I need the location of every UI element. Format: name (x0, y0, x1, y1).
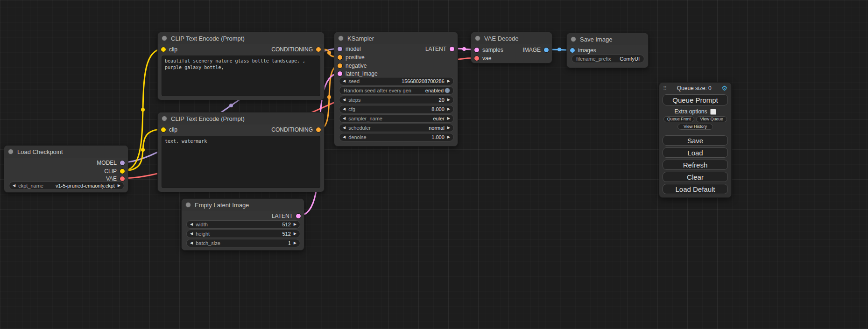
widget-label: seed (348, 78, 360, 84)
node-load-checkpoint[interactable]: Load Checkpoint MODEL CLIP VAE ◀ ckpt_na… (4, 145, 128, 193)
node-titlebar[interactable]: Save Image (567, 33, 648, 45)
negative-input-port[interactable] (338, 63, 342, 68)
arrow-left-icon[interactable]: ◀ (13, 184, 15, 188)
collapse-dot-icon[interactable] (475, 35, 480, 41)
toggle-knob[interactable] (445, 88, 450, 93)
input-row-images: images (567, 47, 623, 54)
prompt-textarea[interactable]: beautiful scenery nature glass bottle la… (162, 56, 320, 96)
vae-input-port[interactable] (474, 56, 479, 61)
node-titlebar[interactable]: CLIP Text Encode (Prompt) (158, 112, 324, 125)
node-titlebar[interactable]: Load Checkpoint (4, 146, 128, 158)
images-input-port[interactable] (570, 48, 575, 53)
vae-output-port[interactable] (120, 176, 125, 181)
arrow-right-icon[interactable]: ▶ (447, 79, 450, 83)
queue-front-button[interactable]: Queue Front (663, 116, 694, 122)
node-vae-decode[interactable]: VAE Decode samples IMAGE vae (471, 32, 552, 63)
output-row-model: MODEL (4, 159, 128, 167)
settings-gear-icon[interactable]: ⚙ (721, 84, 727, 92)
filename-prefix-widget[interactable]: filename_prefix ComfyUI (572, 55, 644, 63)
node-clip-text-encode-positive[interactable]: CLIP Text Encode (Prompt) clip CONDITION… (157, 32, 325, 100)
random-seed-toggle-widget[interactable]: Random seed after every gen enabled (339, 86, 454, 95)
arrow-right-icon[interactable]: ▶ (294, 223, 296, 226)
output-row-latent: LATENT (334, 45, 458, 53)
port-label: LATENT (272, 213, 293, 219)
node-titlebar[interactable]: Empty Latent Image (182, 199, 304, 211)
cfg-widget[interactable]: ◀ cfg 8.000 ▶ (339, 105, 454, 113)
widget-label: filename_prefix (576, 56, 611, 62)
collapse-dot-icon[interactable] (571, 36, 576, 42)
scheduler-widget[interactable]: ◀ scheduler normal ▶ (339, 124, 454, 132)
view-history-button[interactable]: View History (677, 124, 713, 130)
latent-output-port[interactable] (296, 214, 301, 218)
clip-output-port[interactable] (120, 169, 125, 174)
collapse-dot-icon[interactable] (8, 149, 14, 154)
arrow-right-icon[interactable]: ▶ (447, 107, 450, 111)
arrow-right-icon[interactable]: ▶ (294, 241, 296, 245)
batch-size-widget[interactable]: ◀ batch_size 1 ▶ (186, 239, 300, 247)
steps-widget[interactable]: ◀ steps 20 ▶ (339, 96, 454, 104)
load-button[interactable]: Load (663, 147, 728, 158)
latent-image-input-port[interactable] (338, 71, 342, 76)
drag-handle-icon[interactable]: ⠿ (663, 85, 667, 91)
node-titlebar[interactable]: KSampler (334, 32, 458, 44)
arrow-left-icon[interactable]: ◀ (190, 232, 193, 236)
node-ksampler[interactable]: KSampler model LATENT positive negative … (334, 32, 458, 147)
arrow-left-icon[interactable]: ◀ (343, 117, 346, 120)
port-label: negative (346, 63, 367, 69)
arrow-left-icon[interactable]: ◀ (343, 79, 346, 83)
widget-value: enabled (425, 88, 444, 93)
positive-input-port[interactable] (338, 55, 342, 60)
collapse-dot-icon[interactable] (338, 35, 344, 41)
load-default-button[interactable]: Load Default (663, 184, 728, 194)
arrow-right-icon[interactable]: ▶ (447, 98, 450, 102)
image-output-port[interactable] (544, 48, 549, 52)
extra-options-checkbox[interactable] (710, 109, 716, 115)
latent-output-port[interactable] (450, 47, 454, 51)
link-midpoint-dot (462, 47, 466, 51)
seed-widget[interactable]: ◀ seed 156680208700286 ▶ (339, 77, 454, 85)
view-queue-button[interactable]: View Queue (696, 116, 727, 122)
node-titlebar[interactable]: CLIP Text Encode (Prompt) (158, 32, 324, 44)
collapse-dot-icon[interactable] (162, 116, 167, 121)
port-label: vae (482, 55, 491, 62)
node-title: KSampler (347, 35, 374, 42)
arrow-left-icon[interactable]: ◀ (343, 126, 346, 130)
arrow-right-icon[interactable]: ▶ (447, 135, 450, 139)
arrow-right-icon[interactable]: ▶ (294, 232, 296, 236)
node-save-image[interactable]: Save Image images filename_prefix ComfyU… (566, 33, 649, 68)
arrow-left-icon[interactable]: ◀ (343, 98, 346, 102)
conditioning-output-port[interactable] (316, 127, 321, 132)
arrow-right-icon[interactable]: ▶ (118, 184, 120, 188)
node-empty-latent-image[interactable]: Empty Latent Image LATENT ◀ width 512 ▶ … (181, 198, 304, 251)
conditioning-output-port[interactable] (316, 47, 321, 52)
widget-value: ComfyUI (620, 56, 640, 62)
node-title: Load Checkpoint (17, 148, 63, 155)
prompt-textarea[interactable]: text, watermark (162, 136, 320, 188)
widget-label: batch_size (196, 240, 220, 246)
collapse-dot-icon[interactable] (185, 202, 191, 208)
history-row: View History (659, 124, 731, 130)
comfy-menu-panel[interactable]: ⠿ Queue size: 0 ⚙ Queue Prompt Extra opt… (659, 82, 732, 198)
sampler-name-widget[interactable]: ◀ sampler_name euler ▶ (339, 114, 454, 123)
port-label: VAE (106, 175, 117, 182)
queue-prompt-button[interactable]: Queue Prompt (663, 94, 728, 105)
node-clip-text-encode-negative[interactable]: CLIP Text Encode (Prompt) clip CONDITION… (157, 112, 325, 192)
arrow-left-icon[interactable]: ◀ (343, 107, 346, 111)
width-widget[interactable]: ◀ width 512 ▶ (186, 220, 300, 229)
node-titlebar[interactable]: VAE Decode (471, 32, 552, 44)
widget-label: ckpt_name (18, 183, 43, 189)
arrow-left-icon[interactable]: ◀ (190, 223, 193, 226)
clear-button[interactable]: Clear (663, 172, 728, 182)
arrow-right-icon[interactable]: ▶ (447, 117, 450, 120)
arrow-left-icon[interactable]: ◀ (190, 241, 193, 245)
ckpt-name-widget[interactable]: ◀ ckpt_name v1-5-pruned-emaonly.ckpt ▶ (9, 182, 124, 190)
input-row-vae: vae (471, 55, 518, 62)
collapse-dot-icon[interactable] (162, 35, 167, 41)
arrow-left-icon[interactable]: ◀ (343, 135, 346, 139)
model-output-port[interactable] (120, 161, 125, 165)
denoise-widget[interactable]: ◀ denoise 1.000 ▶ (339, 133, 454, 141)
save-button[interactable]: Save (663, 135, 728, 146)
refresh-button[interactable]: Refresh (663, 160, 728, 170)
arrow-right-icon[interactable]: ▶ (447, 126, 450, 130)
height-widget[interactable]: ◀ height 512 ▶ (186, 230, 300, 238)
